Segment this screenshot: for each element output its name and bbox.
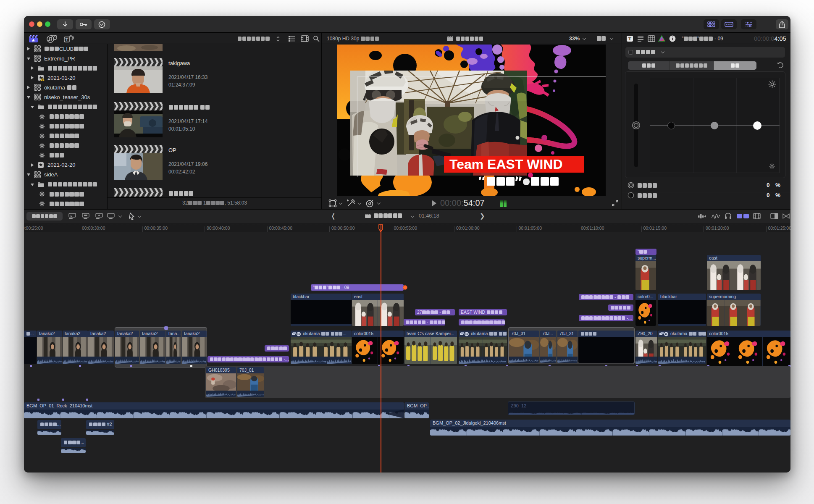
svg-text:T: T [628, 36, 632, 41]
svg-text:Team EAST WIND: Team EAST WIND [449, 157, 563, 172]
svg-text:T: T [66, 37, 68, 42]
